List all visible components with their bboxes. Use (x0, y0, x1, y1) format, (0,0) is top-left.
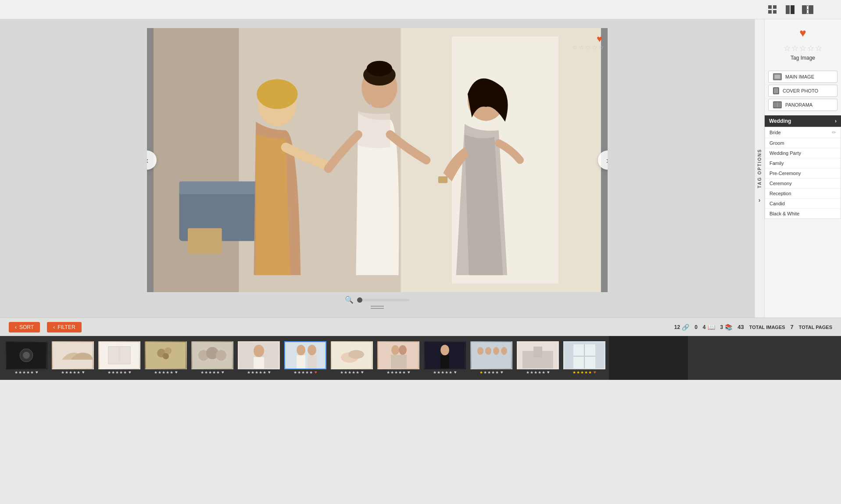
thumb-heart-5[interactable]: ♥ (222, 370, 224, 375)
category-candid[interactable]: Candid (765, 199, 841, 209)
thumbnail-7[interactable]: ★★★★★ ♥ (283, 341, 327, 375)
star-5[interactable]: ☆ (598, 44, 604, 51)
thumb-meta-11: ★★★★★ ♥ (480, 369, 503, 375)
thumb-img-2 (52, 341, 94, 369)
book-single-stat: 4 📖 (703, 324, 715, 331)
tag-star-rating[interactable]: ☆ ☆ ☆ ☆ ☆ (784, 43, 822, 53)
svg-rect-6 (802, 5, 807, 14)
thumbnail-4[interactable]: ★★★★★ ♥ (144, 341, 188, 375)
category-bride[interactable]: Bride ✏ (765, 127, 841, 138)
main-image-label: MAIN IMAGE (785, 74, 814, 79)
thumb-meta-12: ★★★★★ ♥ (526, 369, 550, 375)
category-black-white[interactable]: Black & White (765, 209, 841, 218)
category-black-white-label: Black & White (769, 211, 799, 216)
category-ceremony[interactable]: Ceremony (765, 179, 841, 189)
thumbnail-3[interactable]: ★★★★★ ♥ (97, 341, 141, 375)
svg-point-42 (163, 353, 169, 359)
thumbnail-10[interactable]: ★★★★★ ♥ (423, 341, 467, 375)
tag-star-3[interactable]: ☆ (799, 43, 806, 53)
filter-button[interactable]: ‹ FILTER (47, 322, 81, 332)
svg-point-66 (477, 347, 483, 355)
thumbnail-1[interactable]: ★★★★★ ♥ (4, 341, 48, 375)
thumb-img-12 (517, 341, 559, 369)
thumbnail-12[interactable]: ★★★★★ ♥ (516, 341, 560, 375)
thumb-img-3 (98, 341, 140, 369)
tag-star-2[interactable]: ☆ (791, 43, 798, 53)
thumb-heart-8[interactable]: ♥ (361, 370, 364, 375)
thumb-meta-3: ★★★★★ ♥ (107, 369, 131, 375)
magnify-icon[interactable]: 🔍 (345, 296, 354, 304)
thumb-heart-1[interactable]: ♥ (36, 370, 38, 375)
thumb-heart-11[interactable]: ♥ (501, 370, 503, 375)
thumbnail-5[interactable]: ★★★★★ ♥ (190, 341, 234, 375)
main-image-icon (773, 73, 782, 80)
book-single-icon: 📖 (708, 324, 715, 331)
thumb-img-10 (424, 341, 466, 369)
sort-arrow-icon: ‹ (15, 324, 17, 330)
thumb-heart-13[interactable]: ♥ (594, 370, 596, 375)
thumbnail-6[interactable]: ★★★★★ ♥ (237, 341, 281, 375)
tag-image-label: Tag Image (791, 55, 815, 61)
thumb-heart-6[interactable]: ♥ (268, 370, 271, 375)
thumb-heart-2[interactable]: ♥ (82, 370, 85, 375)
thumb-heart-3[interactable]: ♥ (129, 370, 131, 375)
thumb-meta-8: ★★★★★ ♥ (340, 369, 364, 375)
svg-rect-61 (391, 355, 407, 368)
tag-star-5[interactable]: ☆ (815, 43, 822, 53)
split-view-button[interactable] (801, 4, 815, 16)
thumbnail-strip: ★★★★★ ♥ ★★★★★ ♥ ★★★★★ ♥ (0, 336, 841, 380)
star-2[interactable]: ☆ (579, 44, 584, 51)
image-star-rating[interactable]: ☆ ☆ ☆ ☆ ☆ (572, 44, 604, 51)
svg-point-60 (399, 345, 407, 355)
star-3[interactable]: ☆ (585, 44, 591, 51)
svg-rect-54 (308, 355, 316, 368)
category-pre-ceremony[interactable]: Pre-Ceremony (765, 168, 841, 179)
tag-options-tab[interactable]: TAG OPTIONS (755, 19, 764, 318)
thumb-heart-9[interactable]: ♥ (408, 370, 410, 375)
category-candid-label: Candid (769, 201, 785, 206)
grid-view-button[interactable] (766, 4, 780, 16)
thumb-heart-10[interactable]: ♥ (454, 370, 457, 375)
view-mode-icons (766, 4, 815, 16)
list-view-button[interactable] (783, 4, 797, 16)
thumbnail-13[interactable]: ★★★★★ ♥ (562, 341, 606, 375)
tag-star-4[interactable]: ☆ (807, 43, 814, 53)
image-scrubber[interactable] (357, 299, 410, 301)
cover-photo-button[interactable]: COVER PHOTO (768, 85, 837, 97)
category-reception[interactable]: Reception (765, 189, 841, 199)
thumb-img-11 (470, 341, 512, 369)
link-icon: 🔗 (682, 324, 689, 331)
thumb-img-5 (191, 341, 233, 369)
edit-bride-icon[interactable]: ✏ (832, 129, 836, 136)
thumb-heart-4[interactable]: ♥ (175, 370, 178, 375)
thumbnail-8[interactable]: ★★★★★ ♥ (330, 341, 374, 375)
panorama-button[interactable]: PANORAMA (768, 99, 837, 111)
main-image-button[interactable]: MAIN IMAGE (768, 71, 837, 83)
svg-rect-64 (440, 355, 449, 368)
thumb-heart-12[interactable]: ♥ (547, 370, 550, 375)
category-wedding-party[interactable]: Wedding Party (765, 148, 841, 158)
wedding-label: Wedding (769, 118, 791, 124)
category-family[interactable]: Family (765, 158, 841, 168)
category-groom[interactable]: Groom (765, 138, 841, 148)
image-viewer: ♥ ☆ ☆ ☆ ☆ ☆ ‹ › 🔍 (0, 19, 755, 318)
star-1[interactable]: ☆ (572, 44, 578, 51)
star-4[interactable]: ☆ (592, 44, 598, 51)
book-double-count: 3 (720, 324, 723, 330)
svg-rect-52 (297, 355, 305, 368)
thumb-stars-1[interactable]: ★★★★★ (14, 370, 34, 375)
cover-photo-label: COVER PHOTO (783, 88, 818, 93)
svg-point-26 (369, 104, 372, 108)
wedding-category-header[interactable]: Wedding › (765, 115, 841, 127)
image-slider-area: 🔍 (345, 296, 410, 304)
tag-star-1[interactable]: ☆ (784, 43, 791, 53)
link-count: 12 (674, 324, 680, 330)
thumbnail-2[interactable]: ★★★★★ ♥ (51, 341, 95, 375)
svg-point-53 (308, 345, 316, 355)
thumb-heart-7[interactable]: ♥ (315, 370, 317, 375)
sort-button[interactable]: ‹ SORT (9, 322, 40, 332)
tag-heart-button[interactable]: ♥ (799, 26, 806, 40)
total-pages-count: 7 (791, 324, 794, 330)
thumbnail-9[interactable]: ★★★★★ ♥ (376, 341, 420, 375)
thumbnail-11[interactable]: ★★★★★ ♥ (469, 341, 513, 375)
